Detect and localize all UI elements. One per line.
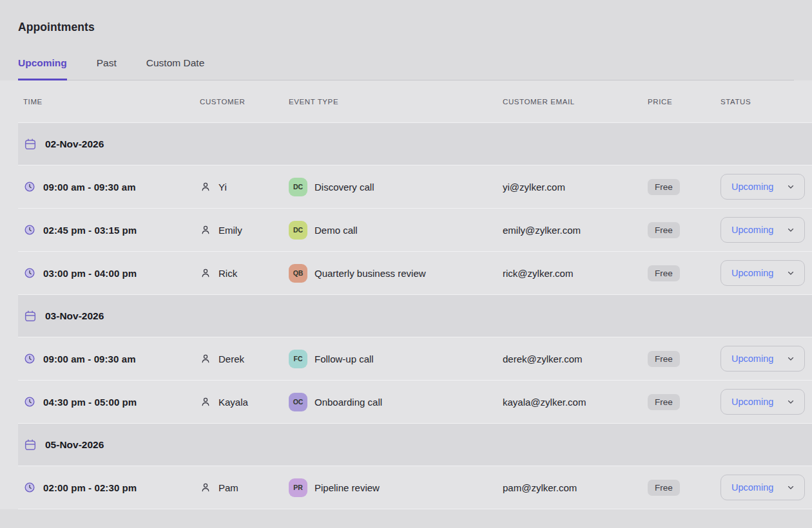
chevron-down-icon	[786, 182, 795, 191]
price-badge: Free	[648, 394, 680, 410]
time-cell: 03:00 pm - 04:00 pm	[18, 267, 200, 279]
appointment-row[interactable]: 02:00 pm - 02:30 pm Pam PR Pipeline revi…	[18, 466, 812, 509]
date-group-label: 03-Nov-2026	[45, 310, 104, 322]
customer-email-cell: derek@zylker.com	[503, 354, 648, 364]
time-cell: 04:30 pm - 05:00 pm	[18, 395, 200, 408]
table-header-row: TIME CUSTOMER EVENT TYPE CUSTOMER EMAIL …	[18, 80, 812, 123]
status-dropdown[interactable]: Upcoming	[720, 217, 805, 243]
tab-upcoming[interactable]: Upcoming	[18, 57, 67, 80]
customer-name: Kayala	[218, 397, 248, 408]
customer-name: Emily	[218, 225, 242, 236]
date-group-rows: 09:00 am - 09:30 am Yi DC Discovery call…	[0, 165, 812, 295]
date-group-header: 02-Nov-2026	[18, 123, 812, 165]
price-badge: Free	[648, 351, 680, 367]
price-badge: Free	[648, 179, 680, 195]
customer-name: Rick	[218, 268, 237, 279]
clock-icon	[23, 395, 36, 408]
appointment-row[interactable]: 09:00 am - 09:30 am Derek FC Follow-up c…	[18, 337, 812, 381]
column-header-event-type: EVENT TYPE	[289, 98, 503, 106]
time-range: 03:00 pm - 04:00 pm	[43, 268, 137, 279]
event-type-badge: OC	[289, 393, 307, 411]
appointment-row[interactable]: 03:00 pm - 04:00 pm Rick QB Quarterly bu…	[18, 252, 812, 295]
topbar: Appointments Upcoming Past Custom Date	[0, 0, 812, 80]
appointment-row[interactable]: 09:00 am - 09:30 am Yi DC Discovery call…	[18, 165, 812, 209]
user-icon	[200, 224, 211, 236]
tab-custom-date[interactable]: Custom Date	[146, 57, 204, 80]
calendar-icon	[23, 438, 37, 452]
event-type-cell: PR Pipeline review	[289, 478, 503, 497]
date-group-rows: 02:00 pm - 02:30 pm Pam PR Pipeline revi…	[0, 466, 812, 509]
date-group-rows: 09:00 am - 09:30 am Derek FC Follow-up c…	[0, 337, 812, 424]
time-cell: 02:45 pm - 03:15 pm	[18, 223, 200, 236]
user-icon	[200, 353, 211, 364]
date-group: 05-Nov-2026 02:00 pm - 02:30 pm Pam	[0, 424, 812, 509]
customer-email-cell: pam@zylker.com	[503, 482, 648, 493]
column-header-customer: CUSTOMER	[200, 98, 289, 106]
date-group-label: 02-Nov-2026	[45, 138, 104, 150]
date-group-label: 05-Nov-2026	[45, 439, 104, 451]
column-header-time: TIME	[18, 98, 200, 106]
event-type-name: Demo call	[314, 225, 358, 236]
tab-past[interactable]: Past	[97, 57, 117, 80]
customer-cell: Derek	[200, 353, 289, 364]
event-type-badge: QB	[289, 264, 307, 283]
customer-email: pam@zylker.com	[503, 482, 577, 493]
event-type-name: Onboarding call	[314, 397, 382, 408]
event-type-badge: DC	[289, 221, 307, 240]
user-icon	[200, 482, 211, 493]
date-group-header: 05-Nov-2026	[18, 424, 812, 466]
customer-name: Derek	[218, 354, 244, 364]
tab-bar: Upcoming Past Custom Date	[18, 57, 794, 80]
status-dropdown-label: Upcoming	[731, 482, 773, 493]
customer-name: Yi	[218, 182, 227, 193]
date-group: 03-Nov-2026 09:00 am - 09:30 am Derek	[0, 295, 812, 424]
event-type-cell: FC Follow-up call	[289, 350, 503, 368]
status-dropdown[interactable]: Upcoming	[720, 174, 805, 200]
appointments-table: TIME CUSTOMER EVENT TYPE CUSTOMER EMAIL …	[0, 80, 812, 509]
chevron-down-icon	[786, 397, 795, 406]
customer-cell: Kayala	[200, 396, 289, 408]
user-icon	[200, 181, 211, 193]
price-badge: Free	[648, 480, 680, 496]
page-title: Appointments	[18, 21, 794, 34]
event-type-cell: DC Discovery call	[289, 178, 503, 196]
time-cell: 09:00 am - 09:30 am	[18, 180, 200, 193]
time-cell: 09:00 am - 09:30 am	[18, 352, 200, 365]
status-cell: Upcoming	[720, 217, 812, 243]
price-cell: Free	[648, 394, 720, 410]
time-range: 09:00 am - 09:30 am	[43, 182, 136, 193]
clock-icon	[23, 180, 36, 193]
status-dropdown[interactable]: Upcoming	[720, 260, 805, 286]
appointment-row[interactable]: 04:30 pm - 05:00 pm Kayala OC Onboarding…	[18, 381, 812, 424]
status-dropdown-label: Upcoming	[731, 182, 773, 192]
customer-email-cell: kayala@zylker.com	[503, 397, 648, 408]
column-header-price: PRICE	[648, 98, 720, 106]
event-type-name: Pipeline review	[314, 482, 380, 493]
status-cell: Upcoming	[720, 174, 812, 200]
customer-cell: Rick	[200, 267, 289, 279]
customer-name: Pam	[218, 482, 238, 493]
column-header-customer-email: CUSTOMER EMAIL	[503, 98, 648, 106]
status-dropdown-label: Upcoming	[731, 225, 773, 235]
clock-icon	[23, 352, 36, 365]
event-type-name: Discovery call	[314, 182, 374, 193]
status-dropdown-label: Upcoming	[731, 268, 773, 278]
status-dropdown-label: Upcoming	[731, 354, 773, 364]
status-dropdown[interactable]: Upcoming	[720, 475, 805, 500]
status-dropdown[interactable]: Upcoming	[720, 346, 805, 372]
user-icon	[200, 267, 211, 279]
appointment-row[interactable]: 02:45 pm - 03:15 pm Emily DC Demo call e…	[18, 209, 812, 252]
price-cell: Free	[648, 265, 720, 281]
event-type-name: Follow-up call	[314, 354, 374, 364]
customer-email: rick@zylker.com	[503, 268, 573, 279]
status-cell: Upcoming	[720, 475, 812, 500]
customer-cell: Pam	[200, 482, 289, 493]
event-type-cell: OC Onboarding call	[289, 393, 503, 411]
status-dropdown[interactable]: Upcoming	[720, 389, 805, 415]
chevron-down-icon	[786, 269, 795, 278]
customer-email-cell: emily@zylker.com	[503, 225, 648, 236]
price-cell: Free	[648, 351, 720, 367]
time-range: 02:45 pm - 03:15 pm	[43, 225, 137, 236]
calendar-icon	[23, 137, 37, 151]
time-range: 09:00 am - 09:30 am	[43, 354, 136, 364]
